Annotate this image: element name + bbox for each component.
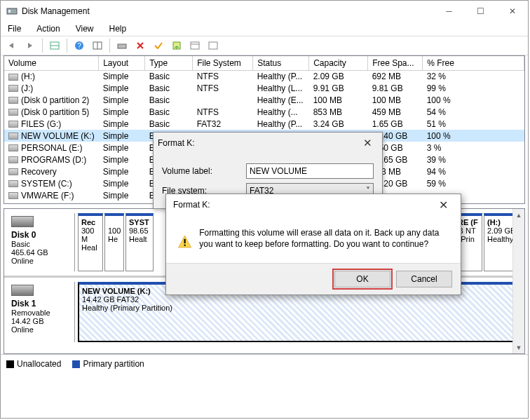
show-hide-button[interactable]: [46, 38, 63, 53]
legend-primary-swatch: [72, 360, 80, 368]
partition[interactable]: SYST98.65Healt: [125, 213, 154, 271]
confirm-dialog: Format K: ✕ Formatting this volume will …: [165, 194, 461, 295]
svg-rect-13: [184, 239, 186, 243]
menu-file[interactable]: File: [5, 22, 24, 35]
toolbar: ?: [1, 36, 528, 55]
col-capacity[interactable]: Capacity: [309, 56, 368, 70]
menubar: File Action View Help: [1, 22, 528, 36]
ok-button[interactable]: OK: [334, 271, 390, 287]
check-icon: [154, 41, 163, 50]
window-title: Disk Management: [22, 6, 433, 16]
col-layout[interactable]: Layout: [99, 56, 145, 70]
disk-icon: [11, 216, 34, 227]
scrollbar[interactable]: ▲ ▼: [512, 209, 524, 353]
attach-icon: [172, 41, 182, 50]
back-button[interactable]: [4, 38, 20, 53]
confirm-dialog-titlebar[interactable]: Format K: ✕: [166, 194, 461, 215]
warning-icon: [177, 228, 192, 256]
format-dialog-titlebar[interactable]: Format K: ✕: [154, 133, 382, 154]
svg-rect-1: [8, 10, 11, 13]
properties-button[interactable]: [114, 38, 130, 53]
maximize-button[interactable]: ☐: [465, 1, 496, 22]
legend: Unallocated Primary partition: [1, 354, 528, 372]
list-icon: [190, 41, 200, 50]
forward-button[interactable]: [22, 38, 39, 53]
arrow-left-icon: [7, 41, 17, 50]
disk-0-info[interactable]: Disk 0 Basic 465.64 GB Online: [8, 213, 75, 271]
help-icon: ?: [74, 41, 84, 50]
grid-icon: [208, 41, 218, 50]
svg-rect-10: [191, 42, 199, 49]
col-type[interactable]: Type: [145, 56, 193, 70]
partition[interactable]: Rec300 MHeal: [78, 213, 103, 271]
scroll-up-icon[interactable]: ▲: [513, 209, 524, 221]
col-free[interactable]: Free Spa...: [368, 56, 423, 70]
close-icon[interactable]: ✕: [433, 198, 454, 212]
volume-label-input[interactable]: [246, 163, 374, 179]
check-button[interactable]: [150, 38, 167, 53]
panes-icon: [50, 41, 60, 50]
app-icon: [6, 6, 18, 17]
col-status[interactable]: Status: [253, 56, 309, 70]
svg-text:?: ?: [77, 42, 81, 50]
volume-row[interactable]: FILES (G:)SimpleBasicFAT32Healthy (P...3…: [4, 118, 524, 130]
col-fs[interactable]: File System: [193, 56, 253, 70]
close-button[interactable]: ✕: [496, 1, 528, 22]
settings-button[interactable]: [186, 38, 203, 53]
volume-row[interactable]: (J:)SimpleBasicNTFSHealthy (L...9.91 GB9…: [4, 82, 524, 94]
menu-action[interactable]: Action: [34, 22, 62, 35]
titlebar[interactable]: Disk Management ─ ☐ ✕: [1, 1, 528, 22]
col-volume[interactable]: Volume: [4, 56, 99, 70]
col-pct[interactable]: % Free: [423, 56, 524, 70]
svg-rect-14: [184, 245, 186, 246]
legend-unallocated-swatch: [6, 360, 14, 368]
disk-small-icon: [117, 41, 127, 50]
column-headers[interactable]: Volume Layout Type File System Status Ca…: [4, 56, 524, 70]
view-icon: [93, 41, 102, 50]
cancel-button[interactable]: Cancel: [396, 271, 452, 287]
minimize-button[interactable]: ─: [433, 1, 465, 22]
volume-row[interactable]: (Disk 0 partition 2)SimpleBasicHealthy (…: [4, 94, 524, 106]
volume-row[interactable]: (H:)SimpleBasicNTFSHealthy (P...2.09 GB6…: [4, 70, 524, 82]
disk-1-info[interactable]: Disk 1 Removable 14.42 GB Online: [8, 282, 75, 342]
svg-rect-8: [118, 44, 126, 48]
menu-help[interactable]: Help: [107, 22, 130, 35]
partition[interactable]: 100He: [104, 213, 124, 271]
arrow-right-icon: [25, 41, 35, 50]
svg-rect-12: [209, 42, 217, 49]
disk-icon: [11, 285, 34, 296]
help-button[interactable]: ?: [71, 38, 88, 53]
more-button[interactable]: [205, 38, 222, 53]
disk-0-label: Disk 0: [11, 230, 36, 240]
attach-button[interactable]: [168, 38, 185, 53]
scroll-down-icon[interactable]: ▼: [513, 341, 524, 353]
refresh-button[interactable]: [89, 38, 106, 53]
disk-1-label: Disk 1: [11, 299, 36, 309]
disk-management-window: Disk Management ─ ☐ ✕ File Action View H…: [0, 0, 529, 419]
menu-view[interactable]: View: [73, 22, 97, 35]
confirm-message: Formatting this volume will erase all da…: [199, 228, 449, 256]
volume-row[interactable]: (Disk 0 partition 5)SimpleBasicNTFSHealt…: [4, 106, 524, 118]
x-icon: [135, 41, 145, 50]
close-icon[interactable]: ✕: [357, 137, 378, 149]
delete-button[interactable]: [132, 38, 149, 53]
volume-label-label: Volume label:: [162, 166, 246, 176]
